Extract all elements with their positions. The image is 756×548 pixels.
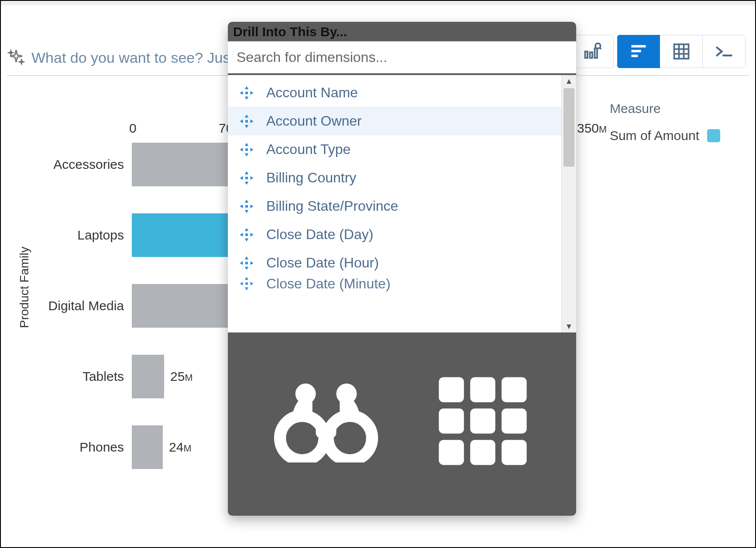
dimension-item[interactable]: Close Date (Day) xyxy=(228,220,561,249)
dimension-icon xyxy=(239,256,254,271)
table-view-button[interactable] xyxy=(660,35,703,68)
svg-rect-49 xyxy=(245,282,248,285)
dimension-label: Billing Country xyxy=(266,170,356,186)
svg-rect-67 xyxy=(502,440,527,465)
chart-view-button[interactable] xyxy=(617,35,660,68)
svg-marker-45 xyxy=(245,256,249,259)
svg-rect-1 xyxy=(590,52,593,58)
svg-marker-30 xyxy=(245,171,249,174)
svg-rect-62 xyxy=(439,408,464,434)
svg-marker-38 xyxy=(251,204,254,208)
legend-item-label: Sum of Amount xyxy=(610,128,699,143)
drill-popup: Drill Into This By... Search for dimensi… xyxy=(228,22,576,516)
dimension-item[interactable]: Account Name xyxy=(228,79,561,107)
svg-rect-64 xyxy=(502,408,527,434)
view-mode-group xyxy=(617,35,746,68)
bar[interactable] xyxy=(132,355,164,398)
dimension-icon xyxy=(239,277,254,291)
explore-button[interactable] xyxy=(571,35,614,68)
view-toolbar xyxy=(571,35,746,68)
app-window: Product Family 0 70M 350M Accessories La… xyxy=(0,0,756,548)
scrollbar[interactable]: ▲ ▼ xyxy=(561,75,576,332)
svg-point-58 xyxy=(336,384,357,404)
svg-point-55 xyxy=(327,416,372,460)
svg-marker-36 xyxy=(245,210,249,213)
category-label: Phones xyxy=(45,440,132,455)
legend-swatch xyxy=(707,129,720,142)
scroll-up-icon[interactable]: ▲ xyxy=(562,75,576,87)
dimension-item[interactable]: Close Date (Minute) xyxy=(228,277,561,295)
binoculars-icon[interactable] xyxy=(271,380,381,464)
svg-rect-60 xyxy=(470,377,495,402)
dimension-list: Account Name Account Owner Account Type xyxy=(228,75,576,332)
svg-marker-18 xyxy=(251,91,254,95)
saql-view-button[interactable] xyxy=(703,35,746,68)
drill-search-input[interactable]: Search for dimensions... xyxy=(228,41,576,75)
svg-marker-50 xyxy=(245,277,249,280)
dimension-icon xyxy=(239,171,254,185)
svg-marker-35 xyxy=(245,199,249,202)
svg-rect-8 xyxy=(674,45,688,59)
legend: Measure Sum of Amount xyxy=(610,101,720,143)
dimension-label: Close Date (Hour) xyxy=(266,255,379,271)
svg-rect-5 xyxy=(632,45,646,48)
svg-marker-43 xyxy=(251,233,254,236)
dimension-icon xyxy=(239,199,254,214)
svg-marker-41 xyxy=(245,238,249,241)
dimension-label: Account Type xyxy=(266,141,351,158)
svg-marker-27 xyxy=(240,147,243,151)
scroll-down-icon[interactable]: ▼ xyxy=(562,320,576,332)
sparkle-icon xyxy=(7,48,25,67)
svg-marker-51 xyxy=(245,288,249,291)
svg-marker-46 xyxy=(245,267,249,270)
dimension-item[interactable]: Account Type xyxy=(228,135,561,164)
legend-title: Measure xyxy=(610,101,720,116)
svg-marker-47 xyxy=(240,261,243,265)
dimension-item[interactable]: Billing State/Province xyxy=(228,192,561,220)
svg-line-4 xyxy=(600,48,601,49)
bar[interactable] xyxy=(132,425,163,469)
svg-marker-42 xyxy=(240,233,243,236)
svg-marker-22 xyxy=(240,119,243,123)
dimension-label: Account Owner xyxy=(266,113,362,129)
svg-rect-63 xyxy=(470,408,495,434)
dimension-label: Close Date (Minute) xyxy=(266,277,391,292)
category-label: Tablets xyxy=(45,369,132,384)
svg-marker-32 xyxy=(240,176,243,180)
svg-marker-53 xyxy=(251,282,254,286)
svg-rect-29 xyxy=(245,177,248,179)
svg-marker-21 xyxy=(245,125,249,128)
scroll-thumb[interactable] xyxy=(564,88,574,167)
dimension-icon xyxy=(239,114,254,129)
svg-marker-37 xyxy=(240,204,243,208)
category-label: Laptops xyxy=(45,228,132,243)
grid-icon[interactable] xyxy=(433,371,533,473)
svg-marker-26 xyxy=(245,153,249,156)
svg-rect-59 xyxy=(439,377,464,402)
drill-action-bar xyxy=(228,332,576,516)
svg-marker-40 xyxy=(245,228,249,231)
svg-marker-17 xyxy=(240,91,243,95)
dimension-label: Account Name xyxy=(266,85,358,101)
y-axis-label: Product Family xyxy=(17,247,31,328)
dimension-item[interactable]: Account Owner xyxy=(228,107,561,135)
x-tick: 0 xyxy=(129,121,219,136)
svg-marker-33 xyxy=(251,176,254,180)
svg-rect-14 xyxy=(245,92,248,94)
legend-item[interactable]: Sum of Amount xyxy=(610,128,720,143)
svg-rect-65 xyxy=(439,440,464,465)
svg-rect-34 xyxy=(245,205,248,208)
svg-rect-39 xyxy=(245,233,248,236)
dimension-item[interactable]: Billing Country xyxy=(228,164,561,192)
svg-rect-66 xyxy=(470,440,495,465)
dimension-label: Billing State/Province xyxy=(266,198,398,214)
dimension-item[interactable]: Close Date (Hour) xyxy=(228,249,561,277)
dimension-icon xyxy=(239,142,254,157)
svg-marker-52 xyxy=(240,282,243,286)
svg-rect-19 xyxy=(245,120,248,123)
category-label: Accessories xyxy=(45,157,132,172)
svg-rect-2 xyxy=(595,48,598,58)
svg-rect-24 xyxy=(245,148,248,151)
svg-point-57 xyxy=(295,384,316,404)
svg-marker-48 xyxy=(251,261,254,265)
